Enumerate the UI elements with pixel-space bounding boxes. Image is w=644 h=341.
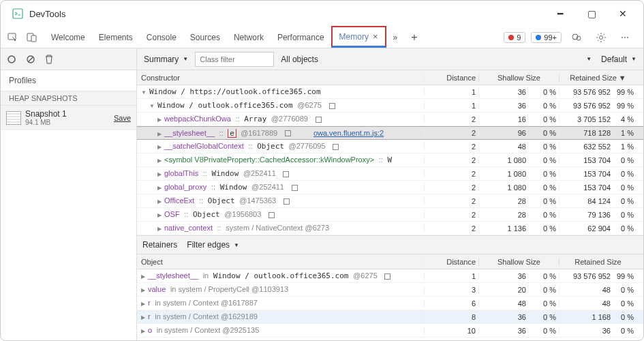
profiles-heading: Profiles <box>1 70 136 91</box>
heap-snapshots-heading: HEAP SNAPSHOTS <box>1 91 136 106</box>
retainers-label: Retainers <box>142 240 177 250</box>
issues-badge[interactable]: 99+ <box>531 32 562 43</box>
table-row[interactable]: OSF :: Object @1956803 2280 %79 1360 % <box>137 208 643 222</box>
tab-network[interactable]: Network <box>227 27 271 48</box>
close-window-button[interactable]: ✕ <box>608 3 638 24</box>
table-row[interactable]: __stylesheet__ :: e @1617889 owa.ven.flu… <box>137 126 643 140</box>
col-retained[interactable]: Retained Size ▼ <box>559 74 643 82</box>
more-tabs-button[interactable]: » <box>386 27 405 48</box>
add-tab-button[interactable]: + <box>404 27 424 48</box>
table-row[interactable]: <symbol V8PrivateProperty::CachedAccesso… <box>137 153 643 167</box>
issue-dot-icon <box>536 35 541 40</box>
svg-line-9 <box>28 57 33 62</box>
title-bar: DevTools ━ ▢ ✕ <box>1 1 643 27</box>
devtools-icon <box>12 8 24 20</box>
col-object[interactable]: Object <box>137 258 424 266</box>
tab-elements[interactable]: Elements <box>92 27 140 48</box>
maximize-button[interactable]: ▢ <box>577 3 607 24</box>
tab-welcome[interactable]: Welcome <box>44 27 92 48</box>
retainers-toolbar: Retainers Filter edges ▼ <box>137 235 643 254</box>
window-title: DevTools <box>29 9 65 19</box>
inspect-icon[interactable] <box>3 28 22 47</box>
table-row[interactable]: r in system / Context @16291898360 %1 16… <box>137 310 643 324</box>
table-row[interactable]: Window / outlook.office365.com @6275 136… <box>137 99 643 113</box>
constructors-header: Constructor Distance Shallow Size Retain… <box>137 70 643 85</box>
tab-performance[interactable]: Performance <box>271 27 331 48</box>
table-row[interactable]: o in system / Context @292513510360 %360… <box>137 324 643 338</box>
table-row[interactable]: Window / https://outlook.office365.com13… <box>137 85 643 99</box>
snapshot-size: 94.1 MB <box>25 119 110 126</box>
retainers-header: Object Distance Shallow Size Retained Si… <box>137 254 643 269</box>
table-row[interactable]: global_proxy :: Window @252411 21 0800 %… <box>137 181 643 194</box>
col-shallow[interactable]: Shallow Size <box>478 74 559 82</box>
table-row[interactable]: globalThis :: Window @252411 21 0800 %15… <box>137 167 643 181</box>
filter-toolbar: Summary▼ All objects▼ Default▼ <box>137 48 643 70</box>
table-row[interactable]: r in system / Context @16178876480 %480 … <box>137 297 643 310</box>
settings-icon[interactable] <box>592 28 611 47</box>
svg-rect-3 <box>31 35 36 42</box>
clear-button[interactable] <box>25 54 36 65</box>
error-badge[interactable]: 9 <box>504 32 525 43</box>
col-constructor[interactable]: Constructor <box>137 74 424 82</box>
close-icon[interactable]: × <box>373 31 378 42</box>
snapshot-item[interactable]: Snapshot 1 94.1 MB Save <box>1 106 136 130</box>
table-row[interactable]: native_context :: system / NativeContext… <box>137 222 643 235</box>
constructors-table[interactable]: Window / https://outlook.office365.com13… <box>137 85 643 235</box>
table-row[interactable]: __stylesheet__ in Window / outlook.offic… <box>137 269 643 283</box>
feedback-icon[interactable] <box>567 28 586 47</box>
objects-dropdown[interactable]: All objects▼ <box>278 53 594 65</box>
tab-sources[interactable]: Sources <box>183 27 227 48</box>
minimize-button[interactable]: ━ <box>545 3 575 24</box>
col-distance[interactable]: Distance <box>424 74 478 82</box>
svg-point-7 <box>8 56 15 63</box>
filter-edges-dropdown[interactable]: Filter edges ▼ <box>184 239 242 251</box>
device-toggle-icon[interactable] <box>22 28 42 47</box>
table-row[interactable]: value in system / PropertyCell @11039133… <box>137 283 643 297</box>
tab-console[interactable]: Console <box>140 27 183 48</box>
save-snapshot-link[interactable]: Save <box>114 114 131 122</box>
table-row[interactable]: __satchelGlobalContext :: Object @277609… <box>137 140 643 153</box>
view-dropdown[interactable]: Summary▼ <box>141 53 191 65</box>
class-filter-input[interactable] <box>195 52 274 67</box>
svg-point-6 <box>600 35 603 39</box>
retainers-table[interactable]: __stylesheet__ in Window / outlook.offic… <box>137 269 643 340</box>
profiles-sidebar: Profiles HEAP SNAPSHOTS Snapshot 1 94.1 … <box>1 48 137 340</box>
record-button[interactable] <box>6 54 17 65</box>
tab-memory[interactable]: Memory× <box>331 26 386 48</box>
table-row[interactable]: OfficeExt :: Object @1475363 2280 %84 12… <box>137 194 643 208</box>
delete-button[interactable] <box>44 54 54 65</box>
tool-tabbar: Welcome Elements Console Sources Network… <box>1 27 643 48</box>
snapshot-name: Snapshot 1 <box>25 110 110 119</box>
snapshot-icon <box>6 111 21 125</box>
kebab-menu-icon[interactable]: ⋯ <box>616 28 635 47</box>
table-row[interactable]: webpackChunkOwa :: Array @2776089 2160 %… <box>137 113 643 126</box>
error-dot-icon <box>508 35 514 40</box>
retain-dropdown[interactable]: Default▼ <box>598 53 639 65</box>
